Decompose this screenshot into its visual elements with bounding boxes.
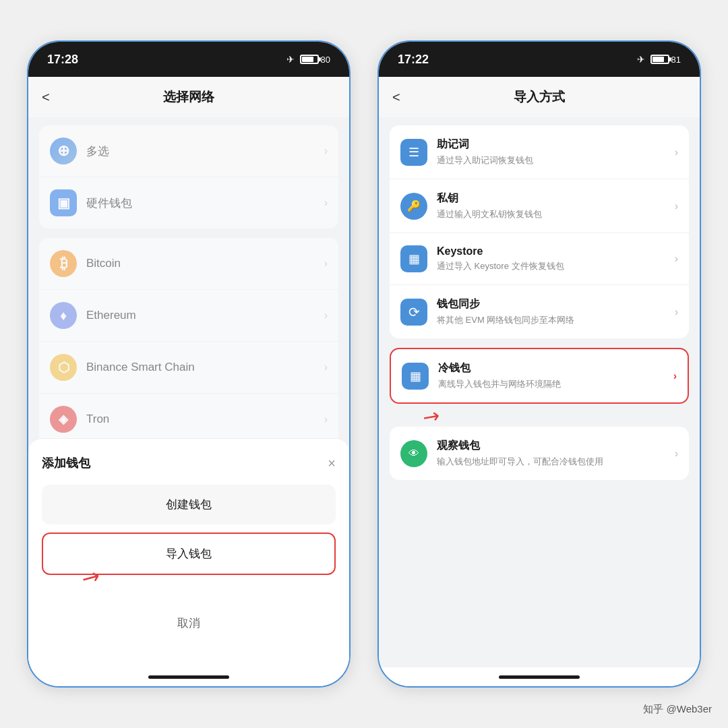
watch-name: 观察钱包	[437, 439, 675, 453]
chevron-walletsync: ›	[675, 306, 678, 318]
airplane-icon: ✈	[286, 54, 295, 65]
battery-right: 81	[650, 55, 681, 65]
cold-wallet-arrow: ↗	[423, 404, 440, 428]
network-item-tron[interactable]: ◈ Tron ›	[39, 394, 338, 438]
back-button-right[interactable]: <	[392, 90, 400, 105]
network-section-top: ⊕ 多选 › ▣ 硬件钱包 ›	[39, 125, 338, 229]
import-section-main: ☰ 助记词 通过导入助记词恢复钱包 › 🔑 私钥 通过输入明文私钥恢复钱包 ›	[390, 125, 689, 338]
watermark: 知乎 @Web3er	[643, 703, 712, 716]
left-phone-content: ⊕ 多选 › ▣ 硬件钱包 › ₿ Bi	[28, 117, 349, 667]
mnemonic-desc: 通过导入助记词恢复钱包	[437, 154, 675, 166]
multi-icon: ⊕	[50, 138, 77, 164]
status-bar-right: 17:22 ✈ 81	[379, 42, 700, 77]
cold-wallet-wrapper: ▦ 冷钱包 离线导入钱包并与网络环境隔绝 › ↗	[390, 348, 689, 404]
import-section-watch: 👁 观察钱包 输入钱包地址即可导入，可配合冷钱包使用 ›	[390, 427, 689, 480]
bitcoin-icon: ₿	[50, 250, 77, 277]
chevron-hardware: ›	[324, 197, 328, 209]
import-item-watch[interactable]: 👁 观察钱包 输入钱包地址即可导入，可配合冷钱包使用 ›	[390, 427, 689, 480]
privatekey-desc: 通过输入明文私钥恢复钱包	[437, 208, 675, 220]
back-button-left[interactable]: <	[42, 90, 50, 105]
create-wallet-button[interactable]: 创建钱包	[42, 485, 336, 524]
keystore-icon: ▦	[400, 245, 427, 272]
cancel-button[interactable]: 取消	[42, 603, 336, 643]
walletsync-name: 钱包同步	[437, 297, 675, 311]
tron-icon: ◈	[50, 406, 77, 433]
network-name-tron: Tron	[86, 413, 324, 426]
status-bar-left: 17:28 ✈ 80	[28, 42, 349, 77]
import-item-coldwallet[interactable]: ▦ 冷钱包 离线导入钱包并与网络环境隔绝 ›	[391, 349, 688, 402]
cold-wallet-section: ▦ 冷钱包 离线导入钱包并与网络环境隔绝 ›	[390, 348, 689, 404]
coldwallet-icon: ▦	[402, 363, 429, 390]
ethereum-icon: ♦	[50, 302, 77, 329]
nav-header-left: < 选择网络	[28, 77, 349, 117]
network-name-binance: Binance Smart Chain	[86, 361, 324, 374]
watch-icon: 👁	[400, 440, 427, 467]
network-item-hardware[interactable]: ▣ 硬件钱包 ›	[39, 177, 338, 229]
chevron-keystore: ›	[675, 253, 678, 265]
status-icons-left: ✈ 80	[286, 54, 330, 65]
watch-text: 观察钱包 输入钱包地址即可导入，可配合冷钱包使用	[437, 439, 675, 468]
close-button[interactable]: ×	[328, 456, 336, 471]
network-item-multi[interactable]: ⊕ 多选 ›	[39, 125, 338, 177]
keystore-name: Keystore	[437, 245, 675, 257]
chevron-ethereum: ›	[324, 309, 328, 322]
binance-icon: ⬡	[50, 354, 77, 381]
coldwallet-text: 冷钱包 离线导入钱包并与网络环境隔绝	[438, 361, 673, 390]
battery-fill-right	[653, 57, 665, 62]
left-phone: 17:28 ✈ 80 < 选择网络 ⊕ 多选 ›	[27, 40, 351, 688]
time-right: 17:22	[398, 53, 429, 67]
import-item-mnemonic[interactable]: ☰ 助记词 通过导入助记词恢复钱包 ›	[390, 125, 689, 179]
network-item-bitcoin[interactable]: ₿ Bitcoin ›	[39, 238, 338, 290]
home-bar-left	[148, 675, 229, 679]
network-name-multi: 多选	[86, 144, 324, 159]
page-title-right: 导入方式	[514, 88, 565, 106]
privatekey-icon: 🔑	[400, 193, 427, 220]
import-item-privatekey[interactable]: 🔑 私钥 通过输入明文私钥恢复钱包 ›	[390, 179, 689, 233]
import-item-keystore[interactable]: ▦ Keystore 通过导入 Keystore 文件恢复钱包 ›	[390, 233, 689, 285]
battery-box	[300, 55, 319, 64]
network-item-binance[interactable]: ⬡ Binance Smart Chain ›	[39, 342, 338, 394]
home-bar-right	[499, 675, 580, 679]
chevron-multi: ›	[324, 145, 328, 157]
time-left: 17:28	[47, 53, 78, 67]
page-title-left: 选择网络	[163, 88, 214, 106]
mnemonic-name: 助记词	[437, 138, 675, 152]
import-wrapper: 导入钱包 ↗	[42, 533, 336, 575]
network-list: ⊕ 多选 › ▣ 硬件钱包 › ₿ Bi	[28, 117, 349, 438]
chevron-binance: ›	[324, 361, 328, 373]
battery-left: 80	[300, 55, 330, 65]
nav-header-right: < 导入方式	[379, 77, 700, 117]
home-indicator-left	[28, 667, 349, 686]
sheet-title: 添加钱包	[42, 455, 90, 471]
privatekey-text: 私钥 通过输入明文私钥恢复钱包	[437, 191, 675, 220]
coldwallet-desc: 离线导入钱包并与网络环境隔绝	[438, 378, 673, 390]
right-phone: 17:22 ✈ 81 < 导入方式 ☰ 助记词 通过导入助记词	[377, 40, 701, 688]
sheet-header: 添加钱包 ×	[42, 455, 336, 471]
chevron-bitcoin: ›	[324, 257, 328, 270]
network-name-bitcoin: Bitcoin	[86, 257, 324, 270]
watch-desc: 输入钱包地址即可导入，可配合冷钱包使用	[437, 456, 675, 468]
import-arrow-annotation: ↗	[82, 562, 100, 590]
chevron-watch: ›	[675, 448, 678, 460]
chevron-mnemonic: ›	[675, 146, 678, 158]
chevron-tron: ›	[324, 413, 328, 425]
battery-box-right	[650, 55, 669, 64]
import-list: ☰ 助记词 通过导入助记词恢复钱包 › 🔑 私钥 通过输入明文私钥恢复钱包 ›	[379, 117, 700, 667]
keystore-desc: 通过导入 Keystore 文件恢复钱包	[437, 260, 675, 272]
chevron-coldwallet: ›	[673, 370, 677, 382]
mnemonic-text: 助记词 通过导入助记词恢复钱包	[437, 138, 675, 166]
walletsync-icon: ⟳	[400, 299, 427, 326]
network-name-hardware: 硬件钱包	[86, 195, 324, 211]
keystore-text: Keystore 通过导入 Keystore 文件恢复钱包	[437, 245, 675, 272]
battery-fill	[302, 57, 314, 62]
hardware-icon: ▣	[50, 189, 77, 216]
import-item-walletsync[interactable]: ⟳ 钱包同步 将其他 EVM 网络钱包同步至本网络 ›	[390, 285, 689, 338]
airplane-icon-right: ✈	[637, 54, 645, 65]
status-icons-right: ✈ 81	[637, 54, 681, 65]
network-item-ethereum[interactable]: ♦ Ethereum ›	[39, 290, 338, 342]
mnemonic-icon: ☰	[400, 139, 427, 166]
coldwallet-name: 冷钱包	[438, 361, 673, 375]
home-indicator-right	[379, 667, 700, 686]
walletsync-desc: 将其他 EVM 网络钱包同步至本网络	[437, 314, 675, 326]
bottom-sheet: 添加钱包 × 创建钱包 导入钱包 ↗ 取消	[28, 438, 349, 667]
